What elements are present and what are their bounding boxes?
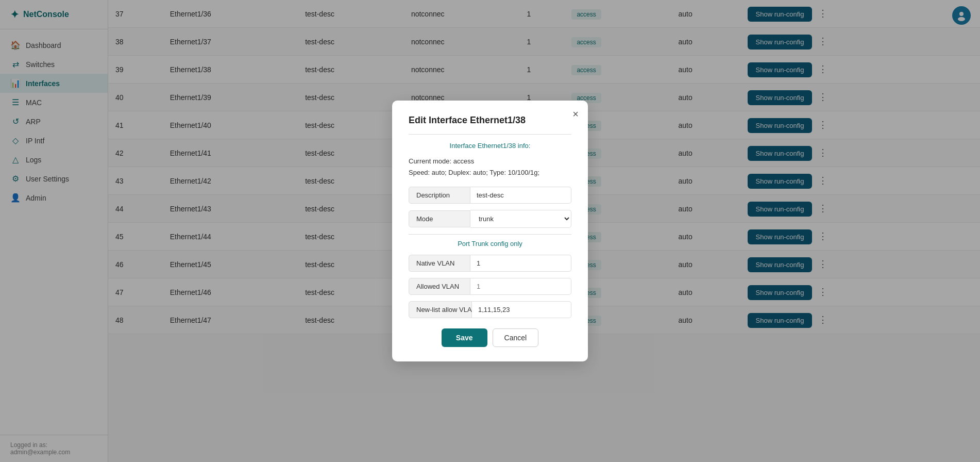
modal-overlay: × Edit Interface Ethernet1/38 Interface … <box>0 0 980 462</box>
modal-info-text: Current mode: access Speed: auto; Duplex… <box>409 156 571 178</box>
description-label: Description <box>409 187 470 204</box>
cancel-button[interactable]: Cancel <box>493 328 539 347</box>
native-vlan-field: Native VLAN <box>409 255 571 272</box>
description-input[interactable] <box>470 187 571 204</box>
speed-line: Speed: auto; Duplex: auto; Type: 10/100/… <box>409 169 539 176</box>
port-trunk-section-title: Port Trunk config only <box>409 240 571 248</box>
save-button[interactable]: Save <box>442 328 487 347</box>
allowed-vlan-field: Allowed VLAN <box>409 278 571 295</box>
modal-section-divider <box>409 234 571 235</box>
mode-field: Mode access trunk routed <box>409 210 571 228</box>
allowed-vlan-label: Allowed VLAN <box>409 278 470 295</box>
modal-info-section-title: Interface Ethernet1/38 info: <box>409 142 571 150</box>
new-list-vlan-input[interactable] <box>472 301 571 318</box>
mode-select[interactable]: access trunk routed <box>470 210 571 228</box>
new-list-vlan-field: New-list allow VLAN <box>409 301 571 318</box>
mode-label: Mode <box>409 210 470 227</box>
native-vlan-input[interactable] <box>470 255 571 272</box>
description-field: Description <box>409 187 571 204</box>
edit-interface-modal: × Edit Interface Ethernet1/38 Interface … <box>392 101 588 361</box>
modal-actions: Save Cancel <box>409 328 571 347</box>
modal-close-button[interactable]: × <box>572 109 579 119</box>
native-vlan-label: Native VLAN <box>409 255 470 272</box>
modal-top-divider <box>409 134 571 135</box>
modal-title: Edit Interface Ethernet1/38 <box>409 115 571 126</box>
current-mode-line: Current mode: access <box>409 157 474 165</box>
allowed-vlan-input[interactable] <box>470 278 571 295</box>
new-list-vlan-label: New-list allow VLAN <box>409 301 472 318</box>
